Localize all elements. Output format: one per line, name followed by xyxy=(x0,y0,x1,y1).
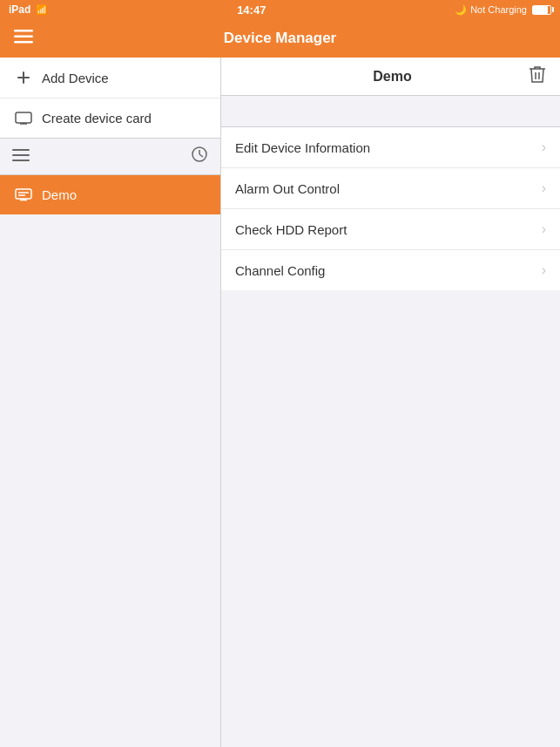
sidebar-top-buttons: Add Device Create device card xyxy=(0,58,220,139)
svg-line-13 xyxy=(199,154,203,157)
status-time: 14:47 xyxy=(237,3,266,17)
edit-device-info-item[interactable]: Edit Device Information › xyxy=(221,127,560,168)
chevron-right-icon-3: › xyxy=(542,262,546,278)
alarm-out-control-label: Alarm Out Control xyxy=(235,181,340,196)
channel-config-item[interactable]: Channel Config › xyxy=(221,250,560,290)
check-hdd-report-item[interactable]: Check HDD Report › xyxy=(221,209,560,250)
battery-icon xyxy=(532,5,551,15)
svg-rect-14 xyxy=(16,189,31,199)
sidebar-toolbar xyxy=(0,139,220,175)
chevron-right-icon-0: › xyxy=(542,139,546,155)
trash-button[interactable] xyxy=(529,65,546,88)
alarm-out-control-item[interactable]: Alarm Out Control › xyxy=(221,168,560,209)
right-panel-header: Demo xyxy=(221,58,560,96)
svg-rect-5 xyxy=(16,112,31,123)
monitor-icon xyxy=(14,112,33,126)
chevron-right-icon-1: › xyxy=(542,180,546,196)
svg-rect-10 xyxy=(12,160,30,161)
menu-button[interactable] xyxy=(10,26,37,51)
status-bar: iPad 📶 14:47 🌙 Not Charging xyxy=(0,0,560,19)
add-device-button[interactable]: Add Device xyxy=(0,58,220,98)
create-device-card-button[interactable]: Create device card xyxy=(0,98,220,138)
clock-icon[interactable] xyxy=(191,146,208,167)
device-monitor-icon xyxy=(14,188,33,202)
device-item[interactable]: Demo xyxy=(0,175,220,214)
moon-icon: 🌙 xyxy=(455,4,467,16)
charging-status: Not Charging xyxy=(470,4,527,15)
svg-rect-0 xyxy=(14,30,33,32)
chevron-right-icon-2: › xyxy=(542,221,546,237)
svg-rect-9 xyxy=(12,154,30,156)
right-panel-title: Demo xyxy=(256,69,529,85)
svg-rect-8 xyxy=(12,149,30,151)
plus-icon xyxy=(14,70,33,85)
device-name: iPad xyxy=(9,3,30,16)
svg-rect-2 xyxy=(14,41,33,44)
device-list: Demo xyxy=(0,175,220,747)
create-card-label: Create device card xyxy=(42,111,152,126)
channel-config-label: Channel Config xyxy=(235,263,325,278)
add-device-label: Add Device xyxy=(42,71,109,85)
status-right: 🌙 Not Charging xyxy=(455,4,551,16)
nav-bar: Device Manager xyxy=(0,19,560,58)
right-panel: Demo Edit Device Information › Alarm Out… xyxy=(221,58,560,747)
edit-device-info-label: Edit Device Information xyxy=(235,140,370,155)
svg-rect-4 xyxy=(17,77,30,78)
sidebar: Add Device Create device card xyxy=(0,58,221,747)
right-section-header xyxy=(221,96,560,127)
svg-rect-1 xyxy=(14,35,33,37)
hamburger-icon[interactable] xyxy=(12,147,30,166)
status-left: iPad 📶 xyxy=(9,3,48,16)
device-name-label: Demo xyxy=(42,187,77,202)
battery-fill xyxy=(533,6,548,14)
wifi-icon: 📶 xyxy=(36,4,48,16)
main-layout: Add Device Create device card xyxy=(0,58,560,747)
check-hdd-report-label: Check HDD Report xyxy=(235,222,347,237)
menu-list: Edit Device Information › Alarm Out Cont… xyxy=(221,127,560,290)
nav-title: Device Manager xyxy=(224,30,336,47)
